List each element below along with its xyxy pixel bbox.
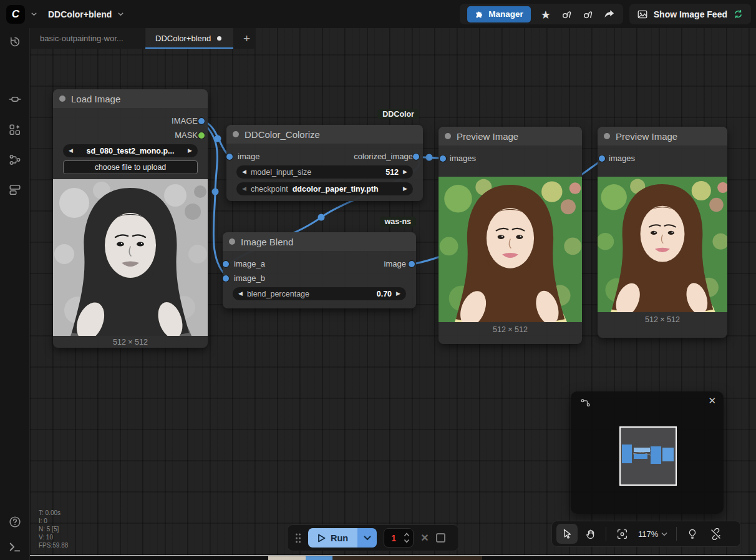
port-blend-image-b-input[interactable] bbox=[223, 275, 229, 282]
node-ddcolor-header[interactable]: DDColor_Colorize bbox=[226, 125, 423, 144]
node-preview-image-2[interactable]: Preview Image images 512 × 512 bbox=[598, 127, 727, 338]
output-slot-colorized-image: colorized_image bbox=[354, 152, 413, 161]
node-preview2-header[interactable]: Preview Image bbox=[598, 127, 727, 145]
node-preview1-header[interactable]: Preview Image bbox=[439, 127, 582, 145]
minimap-close-icon[interactable]: ✕ bbox=[708, 395, 716, 406]
clear-queue-button[interactable]: ✕ bbox=[420, 532, 429, 544]
unsaved-dot[interactable] bbox=[217, 36, 221, 41]
toggle-links-button[interactable] bbox=[705, 524, 726, 544]
comfyui-logo[interactable]: C bbox=[6, 5, 25, 24]
model-library-icon[interactable] bbox=[8, 92, 22, 106]
stepper-up-icon[interactable] bbox=[404, 533, 410, 537]
manager-toolbar-group: Manager ★ bbox=[460, 4, 623, 24]
port-preview2-images-input[interactable] bbox=[599, 155, 605, 162]
share-workflow-icon-1[interactable] bbox=[561, 8, 573, 21]
port-preview1-images-input[interactable] bbox=[440, 155, 446, 162]
port-load-image-image-output[interactable] bbox=[198, 118, 205, 124]
minimap-panel[interactable]: ✕ bbox=[571, 391, 724, 514]
lightbulb-icon bbox=[687, 528, 698, 539]
top-menu-bar: C DDColor+blend Manager ★ Show Image Fee… bbox=[0, 0, 756, 28]
node-library-icon[interactable] bbox=[8, 123, 22, 137]
fit-view-button[interactable] bbox=[611, 524, 632, 544]
input-slot-images: images bbox=[609, 154, 635, 163]
star-icon[interactable]: ★ bbox=[540, 8, 552, 21]
run-options-dropdown[interactable] bbox=[357, 528, 377, 548]
run-button[interactable]: Run bbox=[308, 528, 357, 548]
combo-value: sd_080_test2_mono.p... bbox=[77, 147, 183, 155]
image-icon bbox=[637, 9, 648, 20]
minimap-node bbox=[634, 448, 650, 452]
node-image-blend-header[interactable]: Image Blend bbox=[223, 232, 416, 251]
port-ddcolor-colorized-output[interactable] bbox=[413, 154, 419, 160]
tab-basic-outpainting[interactable]: basic-outpainting-wor... bbox=[30, 28, 145, 49]
left-sidebar bbox=[0, 28, 30, 560]
preview-image-2 bbox=[598, 177, 727, 312]
choose-file-button[interactable]: choose file to upload bbox=[63, 160, 198, 174]
run-label: Run bbox=[331, 533, 348, 543]
terminal-icon[interactable] bbox=[8, 540, 22, 554]
port-blend-image-a-input[interactable] bbox=[223, 261, 229, 267]
drag-handle[interactable] bbox=[295, 533, 301, 544]
output-slot-image: IMAGE bbox=[172, 117, 198, 125]
image-feed-edge[interactable] bbox=[30, 555, 756, 560]
image-feed-toggle[interactable]: Show Image Feed bbox=[629, 4, 751, 24]
widget-right-arrow-icon[interactable]: ▶ bbox=[396, 291, 400, 297]
workflows-icon[interactable] bbox=[8, 153, 22, 167]
input-slot-image-a: image_a bbox=[234, 260, 265, 268]
node-load-image-header[interactable]: Load Image bbox=[53, 89, 208, 108]
node-ddcolor-colorize[interactable]: DDColor DDColor_Colorize image colorized… bbox=[226, 125, 423, 201]
show-image-feed-label: Show Image Feed bbox=[654, 9, 727, 19]
batch-count-input[interactable]: 1 bbox=[384, 528, 414, 548]
queue-history-icon[interactable] bbox=[8, 35, 22, 49]
combo-left-arrow-icon[interactable]: ◀ bbox=[69, 148, 73, 154]
input-slot-image: image bbox=[238, 152, 259, 161]
minimap-node bbox=[651, 446, 661, 464]
port-blend-image-output[interactable] bbox=[409, 261, 415, 267]
image-combo-widget[interactable]: ◀ sd_080_test2_mono.p... ▶ bbox=[63, 144, 198, 157]
checkpoint-widget[interactable]: ◀ checkpoint ddcolor_paper_tiny.pth ▶ bbox=[236, 182, 413, 195]
share-workflow-icon-2[interactable] bbox=[582, 8, 594, 21]
toggle-light-button[interactable] bbox=[682, 524, 703, 544]
widget-left-arrow-icon[interactable]: ◀ bbox=[242, 186, 246, 192]
pan-tool-button[interactable] bbox=[579, 524, 601, 544]
collapse-dot[interactable] bbox=[233, 131, 239, 137]
stat-fps: FPS:59.88 bbox=[39, 541, 68, 549]
minimap-viewport[interactable] bbox=[619, 426, 677, 486]
feed-thumb-sliver bbox=[268, 556, 306, 560]
templates-icon[interactable] bbox=[8, 183, 22, 197]
logo-menu-chevron-down-icon[interactable] bbox=[31, 11, 37, 17]
combo-right-arrow-icon[interactable]: ▶ bbox=[188, 148, 192, 154]
widget-left-arrow-icon[interactable]: ◀ bbox=[242, 169, 246, 175]
collapse-dot[interactable] bbox=[229, 238, 235, 245]
widget-left-arrow-icon[interactable]: ◀ bbox=[238, 291, 243, 297]
toolbar-divider bbox=[606, 527, 606, 541]
zoom-level-dropdown[interactable]: 117% bbox=[634, 529, 671, 539]
port-load-image-mask-output[interactable] bbox=[198, 132, 205, 139]
workflow-title[interactable]: DDColor+blend bbox=[48, 9, 112, 19]
collapse-dot[interactable] bbox=[445, 133, 451, 139]
widget-right-arrow-icon[interactable]: ▶ bbox=[403, 186, 407, 192]
preview-image-1 bbox=[439, 177, 582, 322]
stepper-down-icon[interactable] bbox=[404, 539, 410, 543]
help-icon[interactable] bbox=[8, 515, 22, 529]
widget-label: blend_percentage bbox=[247, 290, 309, 298]
collapse-dot[interactable] bbox=[59, 96, 65, 102]
port-ddcolor-image-input[interactable] bbox=[226, 154, 233, 160]
select-tool-button[interactable] bbox=[556, 524, 578, 544]
model-input-size-widget[interactable]: ◀ model_input_size 512 ▶ bbox=[236, 165, 413, 179]
node-title: Load Image bbox=[71, 94, 120, 104]
node-title: Preview Image bbox=[616, 131, 677, 142]
widget-label: model_input_size bbox=[251, 168, 311, 177]
blend-percentage-widget[interactable]: ◀ blend_percentage 0.70 ▶ bbox=[233, 287, 406, 300]
new-tab-button[interactable]: + bbox=[233, 28, 256, 49]
node-load-image[interactable]: Load Image IMAGE MASK ◀ sd_080_test2_mon… bbox=[53, 89, 208, 348]
collapse-dot[interactable] bbox=[604, 133, 610, 139]
manager-button[interactable]: Manager bbox=[467, 6, 531, 22]
widget-right-arrow-icon[interactable]: ▶ bbox=[403, 169, 407, 175]
node-preview-image-1[interactable]: Preview Image images 512 × 512 bbox=[439, 127, 582, 344]
node-image-blend[interactable]: was-ns Image Blend image_a image_b image… bbox=[223, 232, 416, 308]
tab-ddcolor-blend[interactable]: DDColor+blend bbox=[145, 28, 233, 49]
stop-button[interactable] bbox=[436, 533, 445, 543]
workflow-chevron-down-icon[interactable] bbox=[117, 11, 124, 17]
share-arrow-icon[interactable] bbox=[603, 8, 616, 21]
